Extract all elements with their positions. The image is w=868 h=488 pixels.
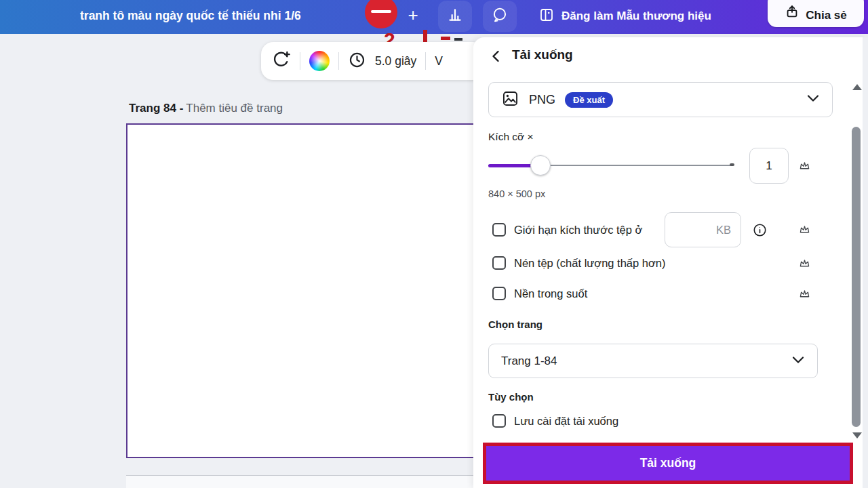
recommended-badge: Đề xuất xyxy=(565,92,613,108)
share-icon xyxy=(785,4,800,22)
app-window: tranh tô màu ngày quốc tế thiếu nhi 1/6 … xyxy=(0,0,868,488)
add-member-button[interactable]: + xyxy=(403,0,423,31)
color-wheel-icon[interactable] xyxy=(309,51,330,71)
publish-brand-template-button[interactable]: Đăng làm Mẫu thương hiệu xyxy=(529,1,721,32)
dimensions-label: 840 × 500 px xyxy=(488,188,545,199)
panel-title: Tải xuống xyxy=(512,47,573,62)
compress-checkbox[interactable] xyxy=(492,256,506,270)
limit-filesize-option: Giới hạn kích thước tệp ở xyxy=(492,223,642,237)
window-edge xyxy=(863,37,868,488)
filesize-input[interactable] xyxy=(679,223,716,237)
size-label: Kích cỡ × xyxy=(488,131,534,143)
avatar[interactable] xyxy=(365,0,397,28)
file-format-select[interactable]: PNG Đề xuất xyxy=(488,82,833,117)
share-label: Chia sẻ xyxy=(806,9,846,22)
filesize-unit: KB xyxy=(716,224,731,237)
animate-icon[interactable] xyxy=(271,49,291,73)
image-icon xyxy=(501,89,519,110)
size-value-input[interactable]: 1 xyxy=(749,148,789,184)
bar-chart-icon xyxy=(446,6,464,26)
scrollbar-thumb[interactable] xyxy=(852,127,861,427)
floating-toolbar: 5.0 giây V xyxy=(261,42,485,80)
next-page-edge xyxy=(126,476,481,488)
filesize-input-box[interactable]: KB xyxy=(665,212,741,247)
save-settings-option: Lưu cài đặt tải xuống xyxy=(492,414,618,428)
divider xyxy=(300,52,300,70)
crown-icon xyxy=(799,161,810,174)
page-range-value: Trang 1-84 xyxy=(501,354,557,368)
chevron-down-icon xyxy=(791,354,805,368)
options-label: Tùy chọn xyxy=(488,391,534,403)
speech-bubble-icon xyxy=(491,6,509,26)
size-slider-handle[interactable] xyxy=(530,155,551,176)
comments-button[interactable] xyxy=(483,1,517,32)
compress-option: Nén tệp (chất lượng thấp hơn) xyxy=(492,256,665,270)
minus-icon xyxy=(371,10,391,13)
chevron-down-icon xyxy=(806,94,820,106)
download-button[interactable]: Tải xuống xyxy=(640,456,696,470)
share-button[interactable]: Chia sẻ xyxy=(768,0,864,27)
transparent-bg-label: Nền trong suốt xyxy=(514,287,587,300)
crown-icon xyxy=(799,224,810,237)
transparent-bg-checkbox[interactable] xyxy=(492,287,506,300)
select-pages-label: Chọn trang xyxy=(488,319,542,330)
design-page[interactable] xyxy=(126,123,481,458)
clipped-toolbar-label[interactable]: V xyxy=(435,54,443,68)
duration-value[interactable]: 5.0 giây xyxy=(375,54,416,68)
design-fragment-mark xyxy=(454,38,462,41)
design-fragment-mark xyxy=(441,37,450,40)
brand-template-icon xyxy=(538,7,555,26)
size-slider-fill xyxy=(488,164,533,167)
size-slider-end-tick xyxy=(730,163,734,166)
compress-label: Nén tệp (chất lượng thấp hơn) xyxy=(514,257,665,270)
info-icon[interactable] xyxy=(753,223,767,240)
design-title[interactable]: tranh tô màu ngày quốc tế thiếu nhi 1/6 xyxy=(80,0,301,34)
scrollbar-up-arrow[interactable] xyxy=(852,84,862,90)
crown-icon xyxy=(799,289,810,302)
divider xyxy=(425,52,426,70)
publish-brand-template-label: Đăng làm Mẫu thương hiệu xyxy=(561,9,711,23)
page-title-hint[interactable]: Thêm tiêu đề trang xyxy=(186,102,283,115)
save-settings-label: Lưu cài đặt tải xuống xyxy=(514,415,618,428)
download-button-highlight: Tải xuống xyxy=(483,443,853,484)
save-settings-checkbox[interactable] xyxy=(492,414,506,428)
limit-filesize-label: Giới hạn kích thước tệp ở xyxy=(514,224,642,237)
divider xyxy=(338,52,339,70)
scrollbar-down-arrow[interactable] xyxy=(852,432,862,439)
page-range-select[interactable]: Trang 1-84 xyxy=(488,344,818,378)
page-label[interactable]: Trang 84 -Thêm tiêu đề trang xyxy=(129,102,283,115)
top-bar: tranh tô màu ngày quốc tế thiếu nhi 1/6 … xyxy=(0,0,868,34)
format-value: PNG xyxy=(529,93,555,107)
back-button[interactable] xyxy=(488,48,505,64)
insights-button[interactable] xyxy=(438,1,472,32)
limit-filesize-checkbox[interactable] xyxy=(492,223,506,237)
clock-icon[interactable] xyxy=(348,51,366,72)
page-number-label: Trang 84 - xyxy=(129,102,183,115)
transparent-bg-option: Nền trong suốt xyxy=(492,287,587,300)
crown-icon xyxy=(799,258,810,271)
